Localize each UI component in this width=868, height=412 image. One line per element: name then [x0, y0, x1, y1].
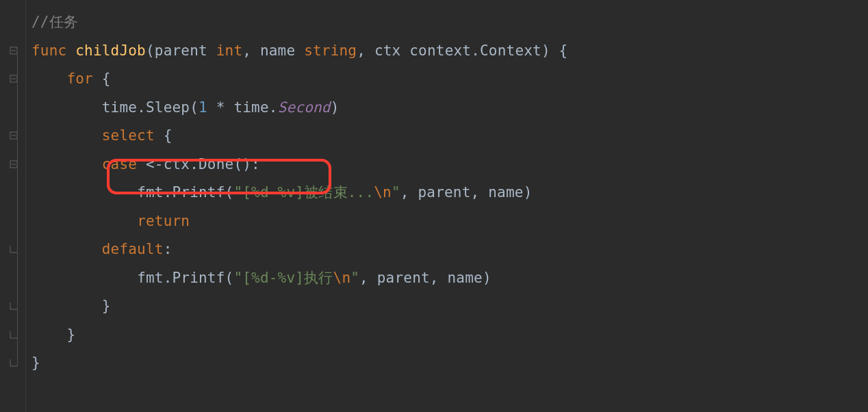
token-pkg: time [233, 99, 268, 116]
gutter [0, 0, 26, 412]
token-param: ctx [374, 42, 409, 59]
token-punct: ) [483, 270, 492, 286]
indent [31, 213, 137, 229]
token-str: " [350, 270, 359, 286]
token-punct: . [190, 156, 199, 172]
code-line[interactable]: default: [31, 235, 567, 264]
token-call: Sleep [146, 99, 190, 116]
code-line[interactable]: case <-ctx.Done(): [31, 151, 567, 179]
token-type: string [304, 42, 357, 59]
token-punct: . [164, 184, 173, 201]
token-punct: . [137, 99, 146, 116]
fold-guide-line [17, 55, 18, 368]
code-line[interactable]: return [31, 207, 567, 236]
token-pkg: time [102, 99, 137, 116]
token-kw: default [102, 241, 164, 257]
token-pkg: fmt [137, 270, 164, 286]
token-call: Done [199, 156, 233, 172]
token-fn: childJob [75, 42, 146, 59]
token-kw: case [102, 156, 146, 172]
token-punct: ( [146, 42, 155, 59]
indent [31, 127, 102, 144]
indent [31, 326, 66, 343]
code-line[interactable]: for { [31, 65, 567, 94]
token-esc: \n [333, 270, 351, 286]
indent [31, 298, 102, 314]
code-line[interactable]: fmt.Printf("[%d-%v]执行\n", parent, name) [31, 264, 567, 293]
token-punct: , [359, 270, 377, 286]
indent [31, 70, 66, 87]
token-punct: , [400, 184, 418, 201]
token-ident: parent [418, 184, 471, 201]
token-punct: } [102, 298, 111, 314]
token-punct: { [164, 127, 173, 144]
token-call: Printf [173, 184, 225, 201]
token-punct: } [66, 326, 75, 343]
indent [31, 241, 102, 257]
indent [31, 184, 137, 201]
token-kw: select [102, 127, 164, 144]
token-type: int [216, 42, 243, 59]
code-editor[interactable]: //任务func childJob(parent int, name strin… [0, 0, 868, 412]
token-punct: } [31, 355, 40, 371]
token-punct: ) { [541, 42, 568, 59]
token-punct: (): [233, 156, 260, 172]
token-call: Printf [173, 270, 225, 286]
token-punct: : [164, 241, 173, 257]
fold-open-icon[interactable] [10, 47, 18, 55]
token-kw: func [31, 42, 75, 59]
token-field: Second [278, 99, 331, 116]
code-line[interactable]: } [31, 349, 567, 378]
token-punct: , [430, 270, 448, 286]
indent [31, 99, 102, 116]
token-kw: for [66, 70, 101, 87]
token-op: <- [146, 156, 164, 172]
code-line[interactable]: func childJob(parent int, name string, c… [31, 37, 567, 66]
token-comment: //任务 [31, 14, 78, 30]
token-ident: name [488, 184, 523, 201]
token-punct: ( [225, 184, 234, 201]
token-punct: . [164, 270, 173, 286]
token-typeName: Context [480, 42, 541, 59]
token-ident: name [448, 270, 483, 286]
token-punct: , [471, 184, 489, 201]
code-line[interactable]: fmt.Printf("[%d-%v]被结束...\n", parent, na… [31, 179, 567, 207]
token-esc: \n [374, 184, 392, 201]
token-punct: . [269, 99, 278, 116]
token-punct: ( [190, 99, 199, 116]
token-str: "[%d-%v]被结束... [233, 184, 374, 201]
code-line[interactable]: } [31, 321, 567, 350]
code-area[interactable]: //任务func childJob(parent int, name strin… [31, 8, 567, 378]
token-punct: , [357, 42, 374, 59]
token-punct: { [102, 70, 111, 87]
code-line[interactable]: time.Sleep(1 * time.Second) [31, 94, 567, 123]
token-punct: , [242, 42, 260, 59]
token-ident: ctx [164, 156, 190, 172]
token-num: 1 [199, 99, 207, 116]
token-punct: ( [225, 270, 234, 286]
token-kw: return [137, 213, 190, 229]
indent [31, 270, 137, 286]
token-pkg: fmt [137, 184, 164, 201]
code-line[interactable]: } [31, 292, 567, 321]
token-str: "[%d-%v]执行 [233, 270, 333, 286]
indent [31, 156, 102, 172]
token-punct: ) [524, 184, 533, 201]
token-pkg: context [409, 42, 471, 59]
code-line[interactable]: //任务 [31, 8, 567, 37]
token-param: parent [155, 42, 216, 59]
token-punct: . [471, 42, 480, 59]
token-op: * [207, 99, 234, 116]
token-punct: ) [331, 99, 340, 116]
token-ident: parent [377, 270, 430, 286]
code-line[interactable]: select { [31, 122, 567, 151]
token-param: name [260, 42, 304, 59]
token-str: " [392, 184, 400, 201]
